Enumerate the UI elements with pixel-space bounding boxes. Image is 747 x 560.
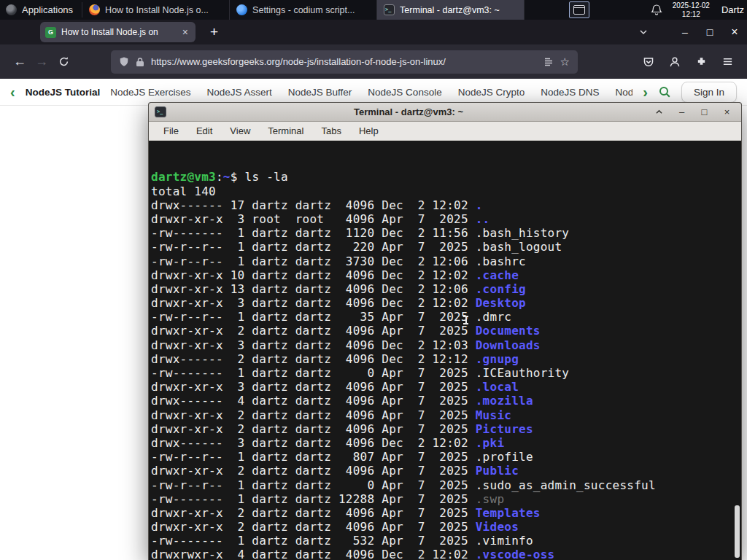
pocket-icon[interactable] (638, 51, 659, 73)
terminal-line: -rw------- 1 dartz dartz 1120 Dec 2 11:5… (151, 226, 741, 240)
terminal-line: drwx------ 17 dartz dartz 4096 Dec 2 12:… (151, 198, 741, 212)
terminal-minimize-button[interactable]: – (673, 106, 690, 117)
top-panel: Applications How to Install Node.js o...… (0, 0, 747, 20)
reader-mode-icon[interactable] (543, 57, 554, 67)
clock-time: 12:12 (673, 10, 710, 19)
tab-close-button[interactable]: × (180, 26, 190, 38)
terminal-shade-button[interactable] (651, 109, 667, 115)
terminal-menu-tabs[interactable]: Tabs (314, 123, 348, 139)
terminal-line: -rw-r--r-- 1 dartz dartz 220 Apr 7 2025 … (151, 240, 741, 254)
terminal-line: drwx------ 3 dartz dartz 4096 Dec 2 12:0… (151, 436, 741, 450)
window-maximize-button[interactable]: □ (697, 26, 722, 38)
panel-window-title: Terminal - dartz@vm3: ~ (400, 5, 500, 15)
window-close-button[interactable]: × (722, 26, 747, 39)
terminal-line: drwx------ 2 dartz dartz 4096 Dec 2 12:1… (151, 352, 741, 366)
terminal-scrollbar[interactable] (733, 141, 741, 560)
tray-terminal-button[interactable] (569, 1, 589, 18)
terminal-line: drwxr-xr-x 2 dartz dartz 4096 Apr 7 2025… (151, 408, 741, 422)
panel-user-menu[interactable]: Dartz (721, 4, 744, 15)
codium-icon (236, 4, 247, 15)
desktop: Applications How to Install Node.js o...… (0, 0, 747, 560)
terminal-line: drwxrwxr-x 4 dartz dartz 4096 Dec 2 12:0… (151, 548, 741, 560)
terminal-menubar: FileEditViewTerminalTabsHelp (149, 122, 741, 141)
tracking-shield-icon[interactable] (119, 56, 129, 67)
terminal-window-title: Terminal - dartz@vm3: ~ (172, 106, 645, 117)
terminal-titlebar[interactable]: Terminal - dartz@vm3: ~ – □ × (149, 103, 741, 122)
browser-toolbar: ← → https://www.geeksforgeeks.org/node-j… (0, 44, 747, 79)
site-nav-item[interactable]: NodeJS Crypto (458, 87, 525, 98)
terminal-line: -rw-r--r-- 1 dartz dartz 807 Apr 7 2025 … (151, 450, 741, 464)
terminal-line: drwxr-xr-x 2 dartz dartz 4096 Apr 7 2025… (151, 520, 741, 534)
applications-icon (6, 4, 17, 15)
clock-date: 2025-12-02 (673, 1, 710, 10)
terminal-output: dartz@vm3:~$ ls -latotal 140drwx------ 1… (151, 170, 741, 560)
terminal-maximize-button[interactable]: □ (696, 106, 713, 117)
terminal-line: drwxr-xr-x 2 dartz dartz 4096 Apr 7 2025… (151, 324, 741, 338)
panel-window-button[interactable]: How to Install Node.js o... (82, 0, 230, 20)
panel-window-button[interactable]: Terminal - dartz@vm3: ~ (377, 0, 525, 20)
terminal-close-button[interactable]: × (719, 106, 735, 117)
extensions-icon[interactable] (690, 51, 712, 73)
site-nav-item[interactable]: NodeJS DNS (541, 87, 599, 98)
panel-spacer (525, 0, 569, 20)
reload-button[interactable] (53, 51, 74, 73)
browser-tab-bar: How to Install Node.js on × + – □ × (0, 20, 747, 44)
site-nav-active-item[interactable]: NodeJS Tutorial (26, 87, 101, 98)
terminal-line: drwxr-xr-x 2 dartz dartz 4096 Apr 7 2025… (151, 464, 741, 478)
terminal-line: -rw-r--r-- 1 dartz dartz 35 Apr 7 2025 .… (151, 310, 741, 324)
terminal-scrollbar-thumb[interactable] (735, 505, 740, 558)
terminal-line: drwx------ 4 dartz dartz 4096 Apr 7 2025… (151, 394, 741, 408)
nav-scroll-left-icon[interactable]: ‹ (10, 85, 15, 99)
back-button[interactable]: ← (9, 51, 31, 73)
account-icon[interactable] (664, 51, 686, 73)
site-nav-item[interactable]: NodeJS Exercises (110, 87, 190, 98)
panel-window-list: How to Install Node.js o...Settings - co… (82, 0, 525, 20)
terminal-line: -rw-r--r-- 1 dartz dartz 0 Apr 7 2025 .s… (151, 478, 741, 492)
terminal-menu-terminal[interactable]: Terminal (260, 123, 311, 139)
terminal-line: drwxr-xr-x 3 root root 4096 Apr 7 2025 .… (151, 212, 741, 226)
nav-scroll-right-icon[interactable]: › (643, 85, 648, 99)
terminal-line: -rw------- 1 dartz dartz 532 Apr 7 2025 … (151, 534, 741, 548)
lock-icon[interactable] (136, 57, 144, 67)
panel-clock[interactable]: 2025-12-02 12:12 (673, 1, 710, 18)
mouse-cursor (462, 314, 469, 326)
terminal-menu-help[interactable]: Help (352, 123, 386, 139)
terminal-screen[interactable]: dartz@vm3:~$ ls -latotal 140drwx------ 1… (149, 141, 741, 560)
terminal-line: drwxr-xr-x 3 dartz dartz 4096 Apr 7 2025… (151, 380, 741, 394)
panel-window-title: How to Install Node.js o... (105, 5, 209, 15)
panel-window-button[interactable]: Settings - codium script... (230, 0, 377, 20)
terminal-line: drwxr-xr-x 10 dartz dartz 4096 Dec 2 12:… (151, 268, 741, 282)
terminal-line: -rw-r--r-- 1 dartz dartz 3730 Dec 2 12:0… (151, 254, 741, 268)
search-icon[interactable] (658, 85, 671, 98)
window-minimize-button[interactable]: – (673, 26, 697, 38)
site-nav-item[interactable]: NodeJS Assert (206, 87, 271, 98)
toolbar-right-icons (638, 51, 738, 73)
terminal-line: -rw------- 1 dartz dartz 12288 Apr 7 202… (151, 492, 741, 506)
terminal-window: Terminal - dartz@vm3: ~ – □ × FileEditVi… (148, 102, 742, 560)
sign-in-button[interactable]: Sign In (681, 82, 737, 103)
forward-button[interactable]: → (31, 51, 53, 73)
terminal-window-icon (155, 106, 166, 117)
terminal-line: -rw------- 1 dartz dartz 0 Apr 7 2025 .I… (151, 366, 741, 380)
terminal-tray-icon (573, 5, 585, 15)
browser-tab[interactable]: How to Install Node.js on × (40, 22, 196, 42)
menu-hamburger-icon[interactable] (716, 51, 738, 73)
terminal-menu-file[interactable]: File (156, 123, 186, 139)
site-nav-item[interactable]: NodeJS Buffer (288, 87, 352, 98)
terminal-menu-view[interactable]: View (222, 123, 258, 139)
notification-bell-icon[interactable] (651, 4, 662, 16)
site-favicon (45, 27, 56, 38)
terminal-line: drwxr-xr-x 2 dartz dartz 4096 Apr 7 2025… (151, 422, 741, 436)
url-bar[interactable]: https://www.geeksforgeeks.org/node-js/in… (111, 50, 578, 74)
terminal-line: drwxr-xr-x 3 dartz dartz 4096 Dec 2 12:0… (151, 296, 741, 310)
url-text[interactable]: https://www.geeksforgeeks.org/node-js/in… (151, 56, 537, 67)
terminal-menu-edit[interactable]: Edit (189, 123, 220, 139)
bookmark-star-icon[interactable]: ☆ (560, 55, 570, 69)
list-all-tabs-button[interactable] (639, 28, 648, 36)
new-tab-button[interactable]: + (206, 24, 222, 40)
terminal-prompt-line: dartz@vm3:~$ ls -la (151, 170, 741, 184)
terminal-icon (384, 4, 395, 15)
site-nav-item[interactable]: Node (616, 87, 633, 98)
applications-menu-button[interactable]: Applications (0, 0, 82, 20)
site-nav-item[interactable]: NodeJS Console (368, 87, 441, 98)
